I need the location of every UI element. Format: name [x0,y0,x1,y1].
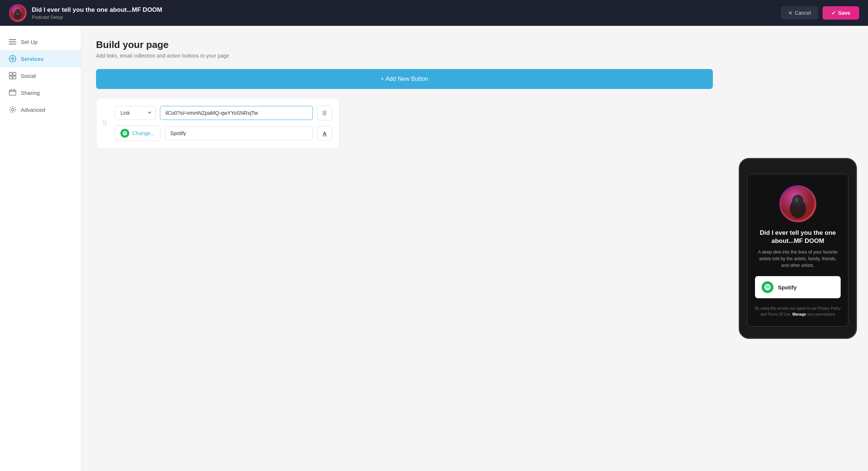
cancel-label: Cancel [795,10,811,16]
save-check-icon: ✓ [831,10,836,16]
social-icon [9,72,16,79]
link-top-row: Link 🗑 [115,106,332,120]
text-format-icon: A [323,130,327,137]
svg-point-2 [15,9,20,14]
header-subtitle: Podcast Setup [32,14,162,20]
preview-spotify-label: Spotify [778,284,797,290]
service-change-button[interactable]: Change... [115,126,160,141]
save-button[interactable]: ✓ Save [823,6,859,20]
phone-frame: Did I ever tell you the one about...MF D… [739,158,857,339]
sidebar-item-social[interactable]: Social [0,67,81,84]
preview-podcast-desc: A deep dive into the lives of your favor… [755,249,841,269]
link-type-select[interactable]: Link [115,106,156,120]
sidebar-item-setup[interactable]: Set Up [0,33,81,50]
trash-icon: 🗑 [322,110,328,116]
svg-point-18 [794,197,799,203]
svg-rect-11 [9,76,12,79]
svg-rect-10 [13,72,16,75]
sharing-label: Sharing [21,90,40,96]
sidebar-item-services[interactable]: Services [0,50,81,67]
link-card: ⠿ Link 🗑 Change... [96,98,340,149]
drag-handle-icon[interactable]: ⠿ [102,119,107,127]
header-actions: ✕ Cancel ✓ Save [781,6,859,20]
app-header: Did I ever tell you the one about...MF D… [0,0,868,26]
manage-link[interactable]: Manage [792,312,806,316]
preview-footer: By using this service you agree to our P… [755,306,841,317]
svg-rect-13 [9,90,16,95]
podcast-avatar [9,4,27,22]
sidebar-item-sharing[interactable]: Sharing [0,84,81,101]
spotify-icon [120,129,129,138]
label-input[interactable] [165,126,313,140]
preview-panel: Did I ever tell you the one about...MF D… [728,26,868,471]
svg-rect-6 [9,44,16,45]
preview-spotify-icon [762,281,773,293]
preview-avatar [779,185,816,222]
svg-point-14 [11,109,14,111]
sidebar-item-advanced[interactable]: Advanced [0,101,81,118]
svg-rect-5 [9,41,16,42]
preview-spotify-button[interactable]: Spotify [755,276,841,298]
svg-rect-9 [9,72,12,75]
delete-button[interactable]: 🗑 [317,106,332,120]
svg-rect-3 [16,14,20,15]
app-body: Set Up Services Social [0,26,868,471]
header-title: Did I ever tell you the one about...MF D… [32,6,162,14]
header-info: Did I ever tell you the one about...MF D… [32,6,162,20]
gear-icon [9,106,16,113]
link-url-input[interactable] [160,106,313,120]
sidebar: Set Up Services Social [0,26,81,471]
page-subtitle: Add links, email collection and action b… [96,53,713,59]
social-label: Social [21,73,36,79]
menu-icon [9,38,16,45]
cancel-x-icon: ✕ [788,10,793,16]
setup-label: Set Up [21,39,38,45]
text-style-button[interactable]: A [317,126,332,141]
phone-inner: Did I ever tell you the one about...MF D… [747,174,848,327]
svg-rect-4 [9,39,16,40]
main-content: Build your page Add links, email collect… [81,26,728,471]
services-icon [9,55,16,62]
link-bottom-row: Change... A [115,126,332,141]
cancel-button[interactable]: ✕ Cancel [781,6,819,20]
sharing-icon [9,89,16,96]
svg-rect-12 [13,76,16,79]
change-label: Change... [132,130,155,136]
footer-suffix: your permissions [807,312,835,316]
advanced-label: Advanced [21,107,45,113]
page-title: Build your page [96,39,713,51]
services-label: Services [21,56,44,62]
save-label: Save [838,10,850,16]
header-left: Did I ever tell you the one about...MF D… [9,4,162,22]
add-new-button[interactable]: + Add New Button [96,69,713,89]
preview-podcast-title: Did I ever tell you the one about...MF D… [755,229,841,245]
